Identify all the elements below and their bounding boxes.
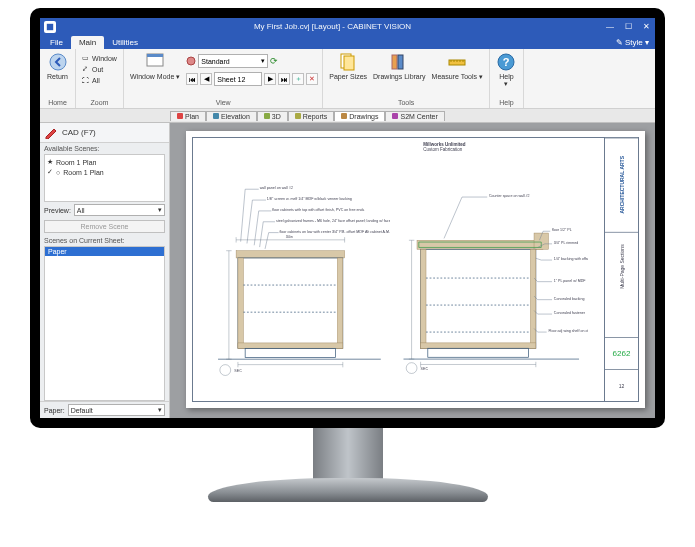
svg-text:steel galvanized frames - M6 h: steel galvanized frames - M6 hole, 24" f… xyxy=(276,218,390,222)
svg-rect-29 xyxy=(417,240,543,249)
tab-file[interactable]: File xyxy=(42,36,71,49)
measure-tools-button[interactable]: Measure Tools ▾ xyxy=(430,51,485,81)
scene-item[interactable]: ★Room 1 Plan xyxy=(47,157,162,167)
window-title: My First Job.cvj [Layout] - CABINET VISI… xyxy=(60,22,605,31)
drawing-canvas[interactable]: ARCHITECTURAL ARTS Multi-Page Sections 6… xyxy=(170,123,655,418)
cube-icon xyxy=(264,113,270,119)
zoom-all-button[interactable]: ⛶All xyxy=(80,75,119,85)
section-right: Counter space on wall #2 xyxy=(399,180,588,385)
svg-text:34in: 34in xyxy=(286,235,293,239)
svg-rect-37 xyxy=(420,343,535,348)
svg-text:Floor adj wing shelf on offset: Floor adj wing shelf on offset face inne… xyxy=(548,329,588,333)
svg-rect-18 xyxy=(238,257,343,347)
zoom-window-button[interactable]: ▭Window xyxy=(80,53,119,63)
svg-rect-6 xyxy=(392,55,397,69)
sheet-scenes-label: Scenes on Current Sheet: xyxy=(40,235,169,246)
tab-plan[interactable]: Plan xyxy=(170,111,206,121)
available-scenes-label: Available Scenes: xyxy=(40,143,169,154)
help-icon: ? xyxy=(496,52,516,72)
tab-main[interactable]: Main xyxy=(71,36,104,49)
standard-combo[interactable]: Standard▾ xyxy=(198,54,268,68)
sheet-scenes-list[interactable]: Paper xyxy=(44,246,165,401)
tab-drawings[interactable]: Drawings xyxy=(334,111,385,121)
return-button[interactable]: Return xyxy=(44,51,71,81)
maximize-button[interactable]: ☐ xyxy=(623,22,633,31)
group-label-tools: Tools xyxy=(327,99,485,106)
star-icon: ★ xyxy=(47,158,53,166)
group-label-zoom: Zoom xyxy=(80,99,119,106)
window-mode-button[interactable]: Window Mode ▾ xyxy=(128,51,182,81)
svg-rect-17 xyxy=(237,250,345,257)
svg-text:floor cabinets on low with cen: floor cabinets on low with center 3/4" P… xyxy=(280,229,390,233)
sheet-next-button[interactable]: ▶ xyxy=(264,73,276,85)
drawings-icon xyxy=(341,113,347,119)
zoom-out-icon: ⤢ xyxy=(80,64,90,74)
circle-icon: ○ xyxy=(56,169,60,176)
return-arrow-icon xyxy=(48,52,68,72)
svg-rect-31 xyxy=(420,249,535,348)
tab-elevation[interactable]: Elevation xyxy=(206,111,257,121)
drawing-header: Millworks Unlimited Custom Fabrication xyxy=(423,142,465,153)
svg-rect-38 xyxy=(427,348,528,357)
chevron-down-icon: ▾ xyxy=(261,57,265,65)
tab-reports[interactable]: Reports xyxy=(288,111,335,121)
available-scenes-list[interactable]: ★Room 1 Plan ✓○Room 1 Plan xyxy=(44,154,165,202)
s2m-icon xyxy=(392,113,398,119)
sheet-prev-button[interactable]: ◀ xyxy=(200,73,212,85)
group-label-home: Home xyxy=(44,99,71,106)
preview-combo[interactable]: All▾ xyxy=(74,204,165,216)
titleblock-scale: 12 xyxy=(605,370,638,401)
tab-s2m[interactable]: S2M Center xyxy=(385,111,444,121)
titleblock-sheet: 6262 xyxy=(605,338,638,370)
title-bar: My First Job.cvj [Layout] - CABINET VISI… xyxy=(40,18,655,35)
svg-text:floor cabinets with top with o: floor cabinets with top with offset fini… xyxy=(273,207,365,211)
svg-text:SEC: SEC xyxy=(235,368,243,372)
minimize-button[interactable]: — xyxy=(605,22,615,31)
sheet-input[interactable] xyxy=(214,72,262,86)
sheet-add-button[interactable]: ＋ xyxy=(292,73,304,85)
group-label-help: Help xyxy=(494,99,519,106)
drawings-library-button[interactable]: Drawings Library xyxy=(371,51,428,81)
section-left: wall panel on wall #2 1/8" screen w. mel… xyxy=(209,170,390,386)
paper-combo[interactable]: Default▾ xyxy=(68,404,165,416)
sheet-delete-button[interactable]: ✕ xyxy=(306,73,318,85)
measure-tools-icon xyxy=(447,52,467,72)
svg-text:Concealed fastener: Concealed fastener xyxy=(553,311,585,315)
menu-bar: File Main Utilities ✎ Style ▾ xyxy=(40,35,655,49)
chevron-down-icon: ▾ xyxy=(158,206,162,214)
svg-point-26 xyxy=(220,364,231,375)
chevron-down-icon: ▾ xyxy=(158,406,162,414)
zoom-window-icon: ▭ xyxy=(80,53,90,63)
style-dropdown[interactable]: ✎ Style ▾ xyxy=(610,36,655,49)
preview-label: Preview: xyxy=(44,207,71,214)
titleblock-logo: ARCHITECTURAL ARTS xyxy=(605,138,638,232)
svg-rect-20 xyxy=(338,257,343,347)
help-button[interactable]: ? Help▾ xyxy=(494,51,519,88)
remove-scene-button[interactable]: Remove Scene xyxy=(44,220,165,233)
sheet-last-button[interactable]: ⏭ xyxy=(278,73,290,85)
side-panel: CAD (F7) Available Scenes: ★Room 1 Plan … xyxy=(40,123,170,418)
svg-text:SEC: SEC xyxy=(420,367,428,371)
ribbon: Return Home ▭Window ⤢Out ⛶All Zoom Windo xyxy=(40,49,655,109)
app-logo xyxy=(44,21,56,33)
palette-icon xyxy=(186,52,196,70)
sheet-first-button[interactable]: ⏮ xyxy=(186,73,198,85)
svg-text:1" PL panel w/ MDF: 1" PL panel w/ MDF xyxy=(553,279,586,283)
tab-3d[interactable]: 3D xyxy=(257,111,288,121)
elevation-icon xyxy=(213,113,219,119)
drawing-sheet: ARCHITECTURAL ARTS Multi-Page Sections 6… xyxy=(186,131,645,408)
svg-text:Counter space on wall #2: Counter space on wall #2 xyxy=(489,194,530,198)
group-label-view: View xyxy=(128,99,318,106)
close-button[interactable]: ✕ xyxy=(641,22,651,31)
sheet-scene-item[interactable]: Paper xyxy=(45,247,164,256)
svg-rect-2 xyxy=(147,54,163,57)
refresh-icon[interactable]: ⟳ xyxy=(270,56,278,66)
tab-utilities[interactable]: Utilities xyxy=(104,36,146,49)
svg-text:1/4" backing with offset, MDF : 1/4" backing with offset, MDF white flan… xyxy=(553,257,587,261)
scene-item[interactable]: ✓○Room 1 Plan xyxy=(47,167,162,177)
check-icon: ✓ xyxy=(47,168,53,176)
zoom-out-button[interactable]: ⤢Out xyxy=(80,64,119,74)
drawings-library-icon xyxy=(389,52,409,72)
svg-text:1/8" screen w. melf 1/4" MDF w: 1/8" screen w. melf 1/4" MDF w/black ven… xyxy=(267,197,352,201)
paper-sizes-button[interactable]: Paper Sizes xyxy=(327,51,369,81)
